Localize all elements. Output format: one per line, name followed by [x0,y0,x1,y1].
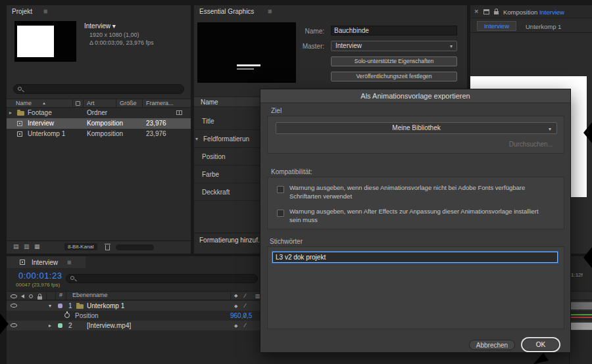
viewer-tab-prefix: Komposition [503,9,537,16]
divider [55,292,56,300]
timeline-search-input[interactable] [66,274,258,283]
close-icon[interactable]: × [474,7,478,15]
collapse-switch-icon[interactable]: ◆ [234,301,237,311]
item-type: Komposition [87,118,123,129]
eye-icon[interactable] [11,304,17,307]
sort-asc-icon: ▲ [42,99,46,108]
viewer-subtab-unterkomp[interactable]: Unterkomp 1 [526,23,561,30]
divider [470,32,592,33]
mode-switch-icon[interactable]: ∕ [245,321,246,330]
master-comp-dropdown[interactable]: Interview ▾ [331,41,457,51]
trash-icon[interactable] [105,245,110,250]
project-row-footage[interactable]: ▸ Footage Ordner [7,108,191,118]
project-search-input[interactable] [13,84,184,94]
bit-depth-button[interactable]: 8-Bit-Kanal [64,243,97,250]
column-header-layer-name[interactable]: Ebenenname [72,292,108,298]
chevron-down-icon[interactable]: ▾ [195,130,198,148]
new-folder-icon[interactable]: ▦ [34,243,40,250]
layer-name[interactable]: Unterkomp 1 [87,301,124,311]
essential-graphics-tab[interactable]: Essential Graphics [199,8,254,15]
install-warning-checkbox[interactable] [277,210,284,217]
solo-supported-properties-button[interactable]: Solo-unterstützte Eigenschaften [331,57,457,66]
column-header-name[interactable]: Name [16,99,32,108]
chevron-down-icon: ▾ [450,42,453,51]
viewer-tab-title[interactable]: Komposition Interview [503,9,564,16]
label-color-swatch[interactable] [58,304,62,308]
project-row-interview[interactable]: Interview Komposition 23,976 [7,118,191,129]
master-label: Master: [293,43,324,50]
item-name[interactable]: Footage [28,108,52,118]
dialog-title: Als Animationsvorlage exportieren [360,92,470,100]
keywords-input[interactable] [272,252,558,263]
label-color-column-icon[interactable] [76,101,80,106]
property-label: Farbe [202,166,219,183]
list-view-icon[interactable]: ▤ [13,243,19,250]
divider [116,99,116,107]
dialog-title-bar[interactable]: Als Animationsvorlage exportieren [260,89,570,103]
destination-dropdown[interactable]: Meine Bibliothek ▾ [276,122,557,134]
project-footer-bar: ▤ ▥ ▦ 8-Bit-Kanal [7,240,191,254]
item-type: Ordner [87,108,107,118]
template-preview-thumbnail [197,22,296,83]
project-footer-slider[interactable] [116,244,154,250]
item-name[interactable]: Interview [28,118,54,129]
layer-duration-bar[interactable] [571,323,592,330]
collapse-switch-icon[interactable]: ◆ [234,321,237,330]
item-framerate: 23,976 [146,118,166,129]
lock-column-icon [37,296,42,300]
add-formatting-button[interactable]: Formatierung hinzuf... [199,237,263,244]
timeline-tab[interactable]: Interview ≡ [7,256,86,268]
selected-item-name[interactable]: Interview ▾ [84,22,116,30]
layer-number: 1 [68,301,72,311]
template-name-input[interactable] [331,26,457,35]
layer-name[interactable]: [Interview.mp4] [87,321,131,330]
current-timecode[interactable]: 0:00:01:23 [18,271,62,281]
export-template-dialog: Als Animationsvorlage exportieren Ziel M… [260,89,571,353]
item-type: Komposition [87,129,123,139]
divider [83,99,84,107]
twirl-closed-icon[interactable]: ▸ [49,321,51,330]
expand-icon[interactable]: ▸ [9,108,12,118]
mode-switch-icon[interactable]: ∕ [245,301,246,311]
after-effects-window: Projekt ≡ Interview ▾ 1920 x 1080 (1,00)… [0,0,592,364]
divider [230,292,231,300]
column-header-framerate[interactable]: Framera... [146,99,174,108]
label-color-swatch[interactable] [58,323,62,328]
viewer-subtab-interview[interactable]: Interview [477,21,516,31]
column-header-type[interactable]: Art [87,99,95,108]
item-name[interactable]: Unterkomp 1 [28,129,65,139]
frame-info: 00047 (23,976 fps) [16,282,60,288]
lock-icon[interactable] [494,11,499,14]
project-table-header: Name ▲ Art Größe Framera... [7,99,191,108]
thumbnail-view-icon[interactable]: ▥ [24,243,30,250]
folder-icon [76,304,84,309]
mode-switch-icon: ∕ [245,311,246,321]
set-poster-time-button[interactable]: Veröffentlichungszeit festlegen [331,72,457,81]
column-header-size[interactable]: Größe [120,99,137,108]
viewer-tab-comp-name: Interview [539,9,564,16]
layer-duration-bar[interactable] [571,302,592,309]
twirl-open-icon[interactable]: ▾ [49,301,51,311]
stopwatch-icon[interactable] [64,313,70,318]
target-group: Meine Bibliothek ▾ Durchsuchen... [267,116,564,154]
cancel-button[interactable]: Abbrechen [469,340,515,350]
browse-button[interactable]: Durchsuchen... [509,141,553,148]
project-row-unterkomp[interactable]: Unterkomp 1 Komposition 23,976 [7,129,191,139]
property-value[interactable]: 960,0,5 [230,311,252,321]
property-label: Position [202,148,226,166]
panel-menu-icon[interactable]: ≡ [67,259,71,265]
composition-icon [17,131,22,137]
video-column-icon [11,294,17,298]
ok-button[interactable]: OK [522,338,559,351]
fonts-warning-checkbox[interactable] [277,186,284,193]
fonts-warning-label[interactable]: Warnung ausgeben, wenn diese Animationsv… [289,183,547,200]
graph-line-green [571,314,592,315]
panel-icon [483,9,489,14]
panel-menu-icon[interactable]: ≡ [268,8,272,14]
eye-icon[interactable] [11,323,17,327]
project-panel-tab[interactable]: Projekt [12,8,32,15]
install-warning-label[interactable]: Warnung ausgeben, wenn After Effects zur… [289,207,547,224]
compatibility-label: Kompatibilität: [271,168,312,175]
graph-line-red [571,317,592,318]
panel-menu-icon[interactable]: ≡ [43,8,47,14]
